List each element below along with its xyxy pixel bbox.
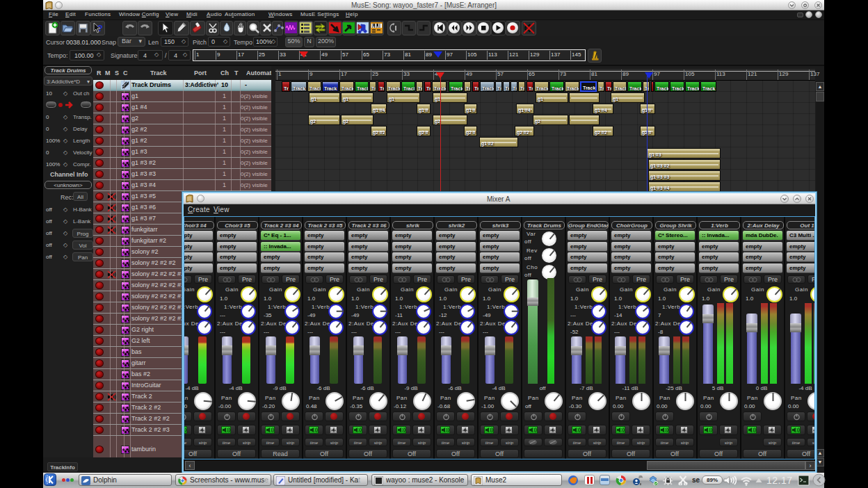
svg-text:?: ? (97, 23, 103, 33)
